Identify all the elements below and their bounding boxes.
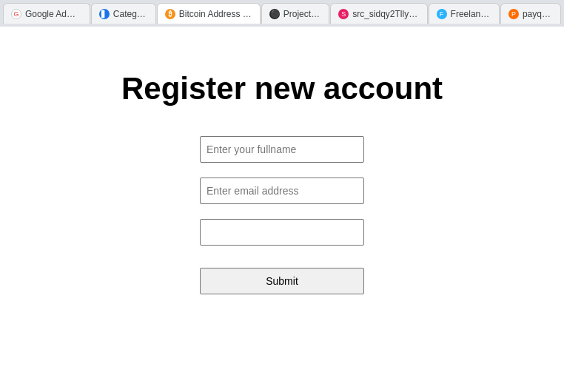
tab-payq[interactable]: P payqu... (500, 3, 561, 24)
registration-form: Submit (200, 136, 364, 294)
src-icon: S (338, 9, 349, 19)
main-content: Register new account Submit (0, 27, 564, 392)
submit-button[interactable]: Submit (200, 268, 364, 294)
tab-bar: G Google AdMob ▋ Category ₿ Bitcoin Addr… (0, 0, 564, 27)
password-input[interactable] (200, 219, 364, 246)
tab-freelancer[interactable]: F Freelancer (429, 3, 500, 24)
email-input[interactable] (200, 178, 364, 204)
category-icon: ▋ (99, 9, 110, 19)
tab-github[interactable]: ⚫ Projects 1 (261, 3, 329, 24)
tab-admob-label: Google AdMob (25, 9, 82, 19)
tab-bitcoin[interactable]: ₿ Bitcoin Address 1... (157, 3, 261, 24)
freelancer-icon: F (437, 9, 447, 19)
tab-category-label: Category (113, 9, 148, 19)
tab-admob[interactable]: G Google AdMob (3, 3, 90, 24)
bitcoin-icon: ₿ (165, 9, 175, 19)
tab-src[interactable]: S src_sidqy2TllyGX (330, 3, 427, 24)
tab-payq-label: payqu... (523, 9, 553, 19)
tab-category[interactable]: ▋ Category (91, 3, 156, 24)
tab-src-label: src_sidqy2TllyGX (352, 9, 419, 19)
page-title: Register new account (121, 71, 443, 107)
github-icon: ⚫ (269, 9, 280, 19)
tab-freelancer-label: Freelancer (451, 9, 491, 19)
tab-bitcoin-label: Bitcoin Address 1... (179, 9, 252, 19)
fullname-input[interactable] (200, 136, 364, 163)
payq-icon: P (508, 9, 519, 19)
admob-icon: G (11, 9, 21, 19)
tab-github-label: Projects 1 (283, 9, 321, 19)
